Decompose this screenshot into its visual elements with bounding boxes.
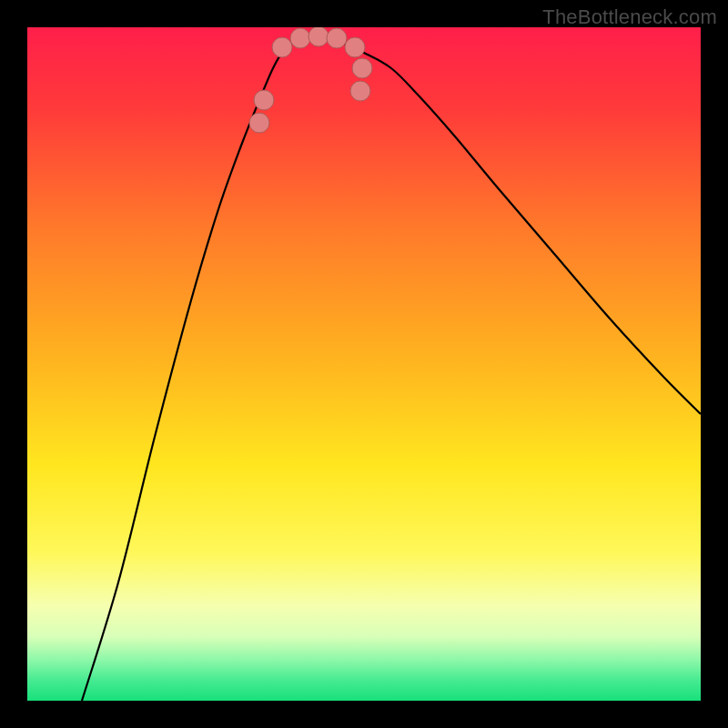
data-marker <box>272 37 292 57</box>
data-marker <box>345 37 365 57</box>
gradient-background <box>27 27 701 701</box>
data-marker <box>350 81 370 101</box>
data-marker <box>327 28 347 48</box>
chart-svg <box>27 27 701 701</box>
data-marker <box>249 113 269 133</box>
data-marker <box>352 58 372 78</box>
data-marker <box>254 90 274 110</box>
data-marker <box>308 27 329 46</box>
data-marker <box>290 28 310 48</box>
watermark-text: TheBottleneck.com <box>542 5 717 29</box>
plot-frame <box>27 27 701 701</box>
